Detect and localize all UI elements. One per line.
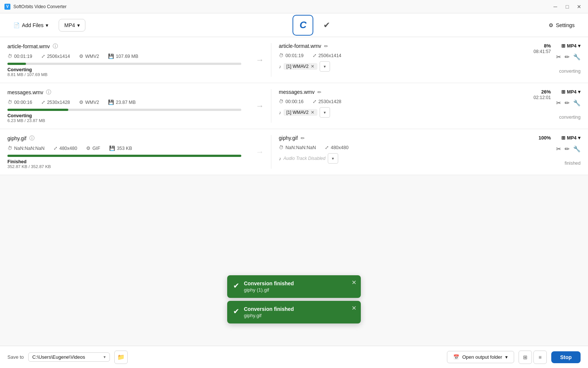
rename-icon-3[interactable]: ✏	[301, 135, 305, 141]
scissors-icon-1[interactable]: ✂	[556, 53, 561, 60]
list-view-button[interactable]: ≡	[533, 351, 547, 364]
audio-remove-1[interactable]: ✕	[311, 64, 314, 69]
format-dropdown-icon: ▾	[77, 22, 80, 28]
toast-check-icon-2: ✔	[233, 307, 239, 316]
app-title: SoftOrbits Video Converter	[13, 4, 551, 9]
scissors-icon-2[interactable]: ✂	[556, 99, 561, 106]
format-chevron-3: ▾	[578, 135, 581, 141]
wrench-icon-2[interactable]: 🔧	[573, 99, 581, 106]
progress-bar-fill-1	[7, 63, 26, 65]
close-button[interactable]: ✕	[575, 2, 584, 11]
codec-icon-3: ⚙	[86, 145, 91, 151]
info-icon-1[interactable]: ⓘ	[53, 43, 58, 50]
codec-icon-1: ⚙	[79, 53, 84, 59]
add-files-icon: 📄	[13, 22, 20, 28]
stop-button[interactable]: Stop	[551, 351, 581, 363]
file-name-3: giphy.gif	[7, 135, 26, 141]
toast-close-2[interactable]: ✕	[352, 305, 356, 312]
file-left-2: messages.wmv ⓘ ⏱ 00:00:16 ⤢ 2530x1428 ⚙ …	[7, 89, 249, 123]
format-chevron-2: ▾	[578, 89, 581, 95]
audio-dropdown-1[interactable]: ▾	[320, 61, 330, 72]
table-row: messages.wmv ⓘ ⏱ 00:00:16 ⤢ 2530x1428 ⚙ …	[0, 83, 588, 129]
clock-icon-2: ⏱	[7, 99, 12, 105]
add-files-button[interactable]: 📄 Add Files ▾	[7, 19, 54, 31]
info-icon-2[interactable]: ⓘ	[46, 89, 51, 96]
progress-detail-2: 6.23 MB / 23.87 MB	[7, 118, 241, 123]
settings-button[interactable]: ⚙ Settings	[543, 19, 581, 31]
progress-bar-fill-2	[7, 109, 68, 111]
percent-2: 26%	[541, 89, 551, 95]
audio-disabled-label-3: Audio Track Disabled	[284, 156, 326, 161]
action-icons-2: ✂ ✏ 🔧	[556, 99, 581, 106]
check-button[interactable]: ✔	[318, 16, 336, 34]
file-left-1: article-format.wmv ⓘ ⏱ 00:01:19 ⤢ 2506x1…	[7, 43, 249, 77]
minimize-button[interactable]: ─	[551, 2, 560, 11]
bottom-bar: Save to C:\Users\Eugene\Videos ▾ 📁 📅 Ope…	[0, 346, 588, 368]
output-format-1[interactable]: ⊞ MP4 ▾	[561, 43, 581, 49]
out-clock-icon-1: ⏱	[279, 53, 284, 58]
toast-close-1[interactable]: ✕	[352, 279, 356, 286]
converting-label-3: finished	[565, 161, 581, 166]
output-format-3[interactable]: ⊞ MP4 ▾	[561, 135, 581, 141]
clock-icon-3: ⏱	[7, 145, 12, 151]
path-dropdown-icon: ▾	[104, 355, 106, 359]
file-list: article-format.wmv ⓘ ⏱ 00:01:19 ⤢ 2506x1…	[0, 37, 588, 346]
toast-subtitle-2: giphy.gif	[244, 313, 355, 318]
wrench-icon-1[interactable]: 🔧	[573, 53, 581, 60]
format-chevron-1: ▾	[578, 43, 581, 49]
file-right-1: ⊞ MP4 ▾ ✂ ✏ 🔧 article-format.wmv ✏ ⏱ 00:…	[271, 43, 581, 77]
status-label-2: Converting	[7, 113, 241, 118]
add-files-dropdown-icon: ▾	[46, 22, 48, 28]
toast-title-1: Conversion finished	[244, 280, 355, 286]
open-folder-button[interactable]: 📅 Open output folder ▾	[447, 351, 514, 363]
audio-remove-2[interactable]: ✕	[311, 110, 314, 115]
edit-icon-1[interactable]: ✏	[565, 53, 569, 60]
audio-dropdown-3[interactable]: ▾	[328, 153, 338, 164]
output-format-2[interactable]: ⊞ MP4 ▾	[561, 89, 581, 95]
convert-button[interactable]: C	[293, 15, 313, 36]
out-name-1: article-format.wmv	[279, 43, 321, 49]
table-row: article-format.wmv ⓘ ⏱ 00:01:19 ⤢ 2506x1…	[0, 37, 588, 83]
action-icons-3: ✂ ✏ 🔧	[556, 145, 581, 152]
out-name-3: giphy.gif	[279, 135, 298, 141]
out-res-icon-3: ⤢	[325, 145, 329, 150]
resolution-icon-1: ⤢	[41, 53, 45, 59]
grid-view-button[interactable]: ⊞	[519, 351, 532, 364]
folder-icon: 📁	[117, 354, 125, 361]
resolution-icon-3: ⤢	[53, 145, 58, 151]
toast-2: ✔ Conversion finished giphy.gif ✕	[227, 301, 361, 323]
wrench-icon-3[interactable]: 🔧	[573, 145, 581, 152]
audio-note-icon-1: ♪	[279, 64, 281, 69]
save-path-input[interactable]: C:\Users\Eugene\Videos ▾	[28, 352, 110, 362]
size-icon-3: 💾	[109, 145, 115, 151]
format-selector[interactable]: MP4 ▾	[59, 19, 85, 32]
audio-tag-1: [1] WMAV2 ✕	[284, 63, 318, 70]
file-name-1: article-format.wmv	[7, 43, 50, 49]
maximize-button[interactable]: □	[563, 2, 572, 11]
title-bar: V SoftOrbits Video Converter ─ □ ✕	[0, 0, 588, 13]
open-folder-dropdown-icon: ▾	[505, 354, 508, 360]
calendar-icon: 📅	[453, 354, 459, 360]
rename-icon-1[interactable]: ✏	[324, 43, 328, 49]
out-clock-icon-3: ⏱	[279, 145, 284, 150]
progress-detail-1: 8.81 MB / 107.69 MB	[7, 72, 241, 77]
toolbar: 📄 Add Files ▾ MP4 ▾ C ✔ ⚙ Settings	[0, 13, 588, 37]
check-icon: ✔	[323, 20, 330, 30]
edit-icon-2[interactable]: ✏	[565, 99, 569, 106]
audio-dropdown-2[interactable]: ▾	[320, 107, 330, 118]
table-row: giphy.gif ⓘ ⏱ NaN:NaN:NaN ⤢ 480x480 ⚙ GI…	[0, 129, 588, 175]
save-path-text: C:\Users\Eugene\Videos	[32, 354, 101, 360]
format-icon-1: ⊞	[561, 43, 565, 49]
toast-1: ✔ Conversion finished giphy (1).gif ✕	[227, 275, 361, 298]
format-icon-2: ⊞	[561, 89, 565, 95]
percent-1: 8%	[544, 43, 551, 49]
scissors-icon-3[interactable]: ✂	[556, 145, 561, 152]
rename-icon-2[interactable]: ✏	[317, 89, 321, 95]
info-icon-3[interactable]: ⓘ	[29, 135, 35, 142]
progress-detail-3: 352.87 KB / 352.87 KB	[7, 164, 241, 169]
browse-folder-button[interactable]: 📁	[114, 351, 128, 364]
out-res-icon-2: ⤢	[313, 99, 317, 104]
progress-bar-fill-3	[7, 155, 241, 157]
edit-icon-3[interactable]: ✏	[565, 145, 569, 152]
format-icon-3: ⊞	[561, 135, 565, 141]
